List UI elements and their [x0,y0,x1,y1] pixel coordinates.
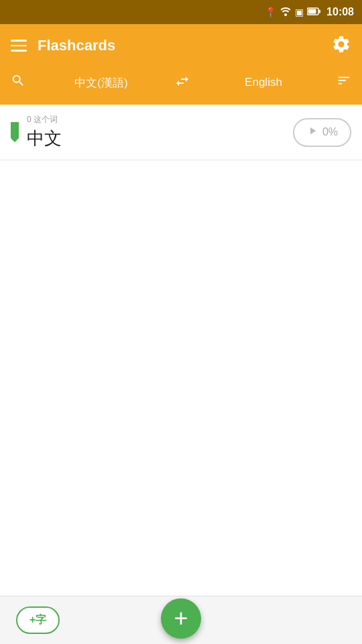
progress-percentage: 0% [322,126,338,138]
progress-play-button[interactable]: 0% [293,118,351,147]
add-word-button[interactable]: +字 [16,606,60,634]
battery-icon [307,7,320,17]
fab-plus-icon: + [174,606,188,631]
card-list: 0 这个词 中文 0% [0,105,362,160]
content-area [0,160,362,598]
card-info: 0 这个词 中文 [27,114,293,150]
source-language[interactable]: 中文(漢語) [35,75,168,91]
bottom-bar: +字 + [0,596,362,644]
menu-button[interactable] [11,40,27,52]
status-time: 10:08 [326,6,354,18]
add-word-label: +字 [29,613,46,627]
play-icon [306,125,318,140]
signal-icon: ▣ [295,7,304,17]
toolbar-left: Flashcards [11,37,115,54]
card-title: 中文 [27,127,293,150]
swap-languages-button[interactable] [174,73,190,93]
svg-rect-3 [308,9,316,14]
svg-rect-2 [319,10,321,13]
wifi-icon [280,7,292,18]
filter-button[interactable] [337,73,351,92]
search-button[interactable] [11,73,25,92]
target-language[interactable]: English [197,76,330,89]
settings-button[interactable] [331,34,351,57]
svg-point-0 [284,13,287,16]
card-item[interactable]: 0 这个词 中文 0% [0,105,362,160]
status-icons: 📍 ▣ 10:08 [265,6,354,18]
status-bar: 📍 ▣ 10:08 [0,0,362,24]
location-icon: 📍 [265,7,276,17]
app-title: Flashcards [38,37,115,54]
fab-add-button[interactable]: + [161,598,201,639]
bookmark-icon [11,122,19,142]
toolbar: Flashcards [0,24,362,67]
lang-bar: 中文(漢語) English [0,67,362,105]
card-count: 0 这个词 [27,114,293,125]
